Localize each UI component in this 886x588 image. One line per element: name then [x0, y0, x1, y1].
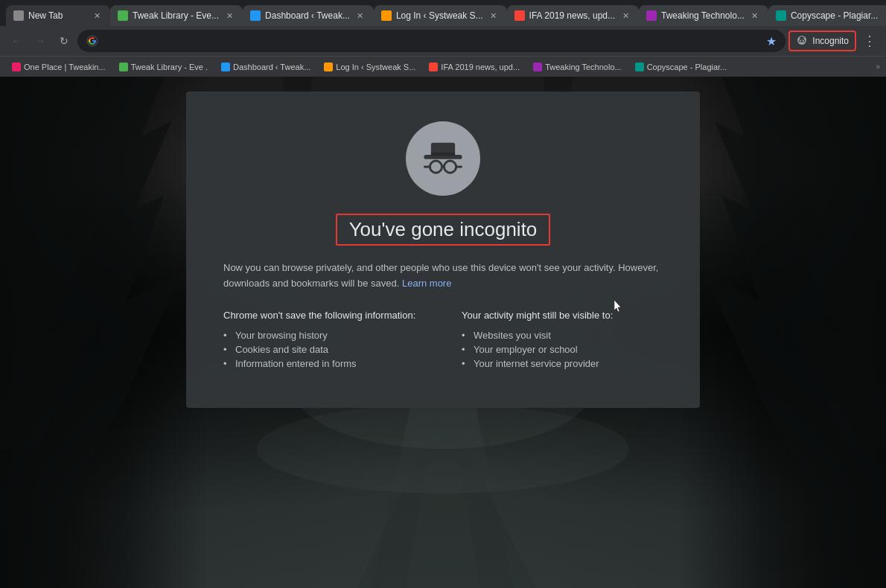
bookmark-item-ifa[interactable]: IFA 2019 news, upd... — [423, 59, 526, 75]
list-item-browsing-history: Your browsing history — [223, 328, 424, 342]
back-button[interactable]: ← — [6, 31, 27, 51]
might-be-visible-list: Websites you visit Your employer or scho… — [462, 328, 663, 371]
google-icon — [86, 35, 98, 47]
bookmarks-bar: One Place | Tweakin... Tweak Library - E… — [0, 56, 886, 77]
bookmark-item-tweak[interactable]: Tweak Library - Eve . — [113, 59, 214, 75]
learn-more-link[interactable]: Learn more — [402, 278, 451, 289]
tab-copyscape[interactable]: Copyscape - Plagiar... ✕ — [768, 5, 886, 26]
wont-save-title: Chrome won't save the following informat… — [223, 310, 424, 321]
bookmark-label-oneplace: One Place | Tweakin... — [24, 63, 106, 71]
tab-tweak[interactable]: Tweak Library - Eve... ✕ — [110, 5, 243, 26]
bookmark-favicon-copyscape — [635, 63, 644, 71]
tab-dashboard-favicon — [250, 10, 261, 21]
tab-close-login[interactable]: ✕ — [488, 10, 500, 22]
incognito-hat-icon — [421, 138, 465, 179]
tab-login[interactable]: Log In ‹ Systweak S... ✕ — [374, 5, 507, 26]
forward-button[interactable]: → — [30, 31, 51, 51]
tab-close-dashboard[interactable]: ✕ — [354, 10, 366, 22]
list-item-cookies: Cookies and site data — [223, 342, 424, 357]
list-item-websites: Websites you visit — [462, 328, 663, 342]
bookmark-label-ifa: IFA 2019 news, upd... — [441, 63, 520, 71]
list-item-employer: Your employer or school — [462, 342, 663, 357]
main-content-area: You've gone incognito Now you can browse… — [0, 77, 886, 588]
tab-newtab-title: New Tab — [28, 10, 86, 21]
navigation-bar: ← → ↻ ★ Incognito ⋮ — [0, 26, 886, 56]
tab-tweaking-favicon — [646, 10, 657, 21]
bookmark-item-login[interactable]: Log In ‹ Systweak S... — [318, 59, 421, 75]
tab-copyscape-title: Copyscape - Plagiar... — [791, 10, 878, 21]
svg-rect-10 — [431, 153, 455, 156]
list-item-isp: Your internet service provider — [462, 357, 663, 371]
wont-save-list: Your browsing history Cookies and site d… — [223, 328, 424, 371]
bookmark-label-copyscape: Copyscape - Plagiar... — [647, 63, 727, 71]
bookmarks-overflow-icon[interactable]: » — [870, 63, 880, 71]
bookmark-item-dashboard[interactable]: Dashboard ‹ Tweak... — [215, 59, 316, 75]
tab-close-copyscape[interactable]: ✕ — [882, 10, 886, 22]
bookmark-label-tweaking: Tweaking Technolo... — [545, 63, 622, 71]
wont-save-column: Chrome won't save the following informat… — [223, 310, 424, 371]
tab-newtab[interactable]: New Tab ✕ — [6, 5, 110, 26]
tab-close-newtab[interactable]: ✕ — [91, 10, 103, 22]
tab-ifa-favicon — [514, 10, 525, 21]
reload-button[interactable]: ↻ — [54, 31, 74, 51]
incognito-label: Incognito — [812, 36, 849, 46]
tab-dashboard[interactable]: Dashboard ‹ Tweak... ✕ — [243, 5, 374, 26]
incognito-title: You've gone incognito — [336, 214, 551, 246]
svg-point-12 — [444, 161, 456, 173]
bookmark-favicon-oneplace — [12, 63, 21, 71]
svg-rect-2 — [800, 37, 804, 39]
incognito-icon-circle — [406, 121, 480, 196]
info-columns: Chrome won't save the following informat… — [223, 310, 663, 371]
tab-strip: New Tab ✕ Tweak Library - Eve... ✕ Dashb… — [6, 0, 886, 26]
incognito-button[interactable]: Incognito — [788, 31, 856, 51]
tab-login-title: Log In ‹ Systweak S... — [396, 10, 483, 21]
bookmark-star-icon[interactable]: ★ — [766, 34, 777, 48]
url-input[interactable] — [104, 36, 760, 47]
tab-ifa-title: IFA 2019 news, upd... — [529, 10, 615, 21]
bookmark-item-copyscape[interactable]: Copyscape - Plagiar... — [629, 59, 733, 75]
bookmark-favicon-login — [324, 63, 333, 71]
bookmark-favicon-tweak — [119, 63, 128, 71]
bookmark-label-tweak: Tweak Library - Eve . — [131, 63, 208, 71]
list-item-forms: Information entered in forms — [223, 357, 424, 371]
tab-copyscape-favicon — [776, 10, 786, 21]
tab-tweak-title: Tweak Library - Eve... — [133, 10, 219, 21]
svg-point-11 — [430, 161, 442, 173]
tab-close-tweak[interactable]: ✕ — [223, 10, 235, 22]
bookmark-item-tweaking[interactable]: Tweaking Technolo... — [527, 59, 628, 75]
bookmark-label-login: Log In ‹ Systweak S... — [336, 63, 415, 71]
bookmark-item-oneplace[interactable]: One Place | Tweakin... — [6, 59, 112, 75]
tab-newtab-favicon — [13, 10, 24, 21]
tab-ifa[interactable]: IFA 2019 news, upd... ✕ — [507, 5, 639, 26]
tab-login-favicon — [381, 10, 392, 21]
incognito-description: Now you can browse privately, and other … — [223, 261, 663, 292]
bookmark-label-dashboard: Dashboard ‹ Tweak... — [233, 63, 310, 71]
tab-tweaking-title: Tweaking Technolo... — [661, 10, 745, 21]
might-be-visible-title: Your activity might still be visible to: — [462, 310, 663, 321]
might-be-visible-column: Your activity might still be visible to:… — [462, 310, 663, 371]
tab-tweaking[interactable]: Tweaking Technolo... ✕ — [639, 5, 768, 26]
bookmark-favicon-ifa — [429, 63, 438, 71]
tab-close-tweaking[interactable]: ✕ — [749, 10, 761, 22]
incognito-panel: You've gone incognito Now you can browse… — [186, 92, 700, 408]
incognito-icon — [796, 35, 808, 47]
title-bar: New Tab ✕ Tweak Library - Eve... ✕ Dashb… — [0, 0, 886, 26]
chrome-menu-button[interactable]: ⋮ — [859, 31, 880, 51]
svg-point-7 — [257, 404, 629, 493]
tab-close-ifa[interactable]: ✕ — [619, 10, 631, 22]
bookmark-favicon-dashboard — [221, 63, 230, 71]
address-bar[interactable]: ★ — [77, 30, 785, 52]
tab-tweak-favicon — [118, 10, 128, 21]
bookmark-favicon-tweaking — [533, 63, 542, 71]
tab-dashboard-title: Dashboard ‹ Tweak... — [265, 10, 350, 21]
